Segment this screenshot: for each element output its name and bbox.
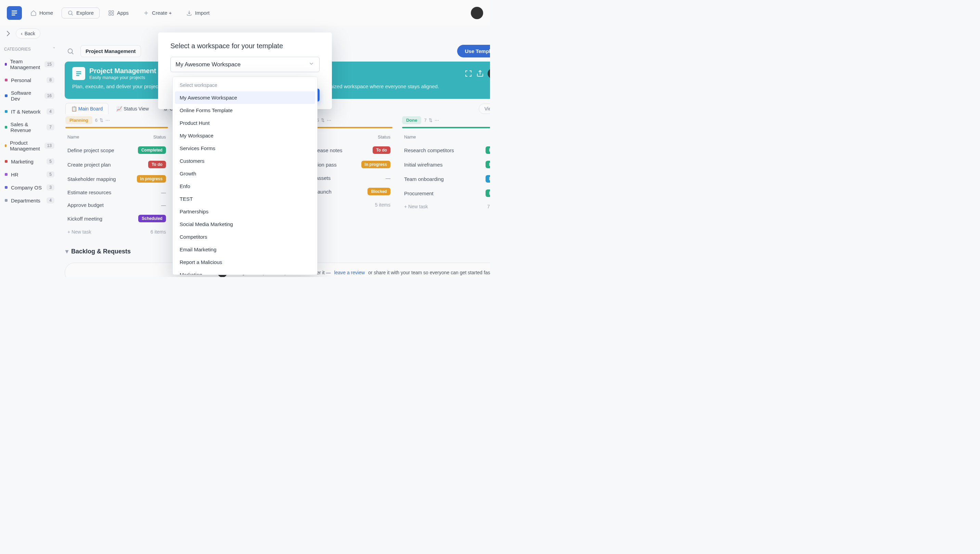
- workspace-option[interactable]: Enfo: [175, 180, 315, 193]
- workspace-option[interactable]: TEST: [175, 193, 315, 205]
- workspace-option[interactable]: Services Forms: [175, 142, 315, 154]
- workspace-option[interactable]: Growth: [175, 167, 315, 180]
- workspace-option[interactable]: My Workspace: [175, 129, 315, 142]
- workspace-select[interactable]: My Awesome Workspace: [171, 57, 319, 72]
- workspace-option[interactable]: Competitors: [175, 231, 315, 243]
- workspace-option[interactable]: Report a Malicious: [175, 256, 315, 269]
- dropdown-header: Select workspace: [175, 79, 315, 91]
- workspace-option[interactable]: My Awesome Workspace: [175, 91, 315, 104]
- modal-overlay[interactable]: Select a workspace for your template My …: [0, 0, 490, 277]
- workspace-dropdown: Select workspace My Awesome WorkspaceOnl…: [172, 76, 318, 275]
- workspace-option[interactable]: Product Hunt: [175, 116, 315, 129]
- workspace-option[interactable]: Marketing: [175, 269, 315, 275]
- workspace-option[interactable]: Customers: [175, 154, 315, 167]
- workspace-option[interactable]: Social Media Marketing: [175, 218, 315, 231]
- workspace-select-value: My Awesome Workspace: [176, 61, 241, 68]
- chevron-down-icon: [308, 60, 314, 68]
- workspace-option[interactable]: Online Forms Template: [175, 104, 315, 116]
- modal-title: Select a workspace for your template: [171, 42, 319, 50]
- workspace-option[interactable]: Email Marketing: [175, 243, 315, 256]
- workspace-option[interactable]: Partnerships: [175, 205, 315, 218]
